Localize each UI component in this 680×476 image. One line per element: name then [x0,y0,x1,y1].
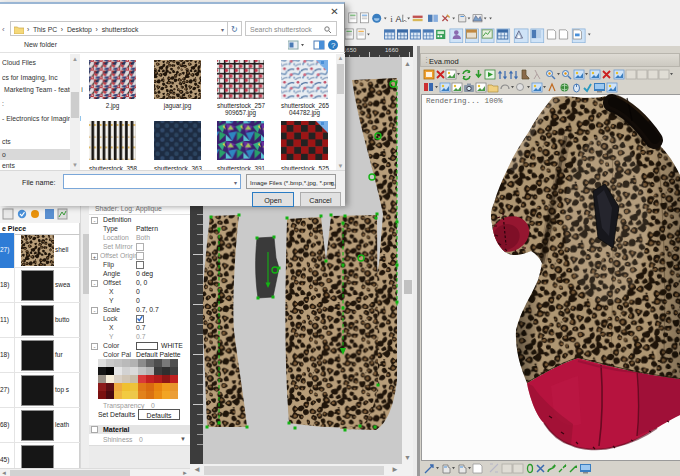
svg-text:?: ? [331,41,336,50]
svg-text:i: i [390,14,393,24]
svg-text:A: A [396,14,402,24]
